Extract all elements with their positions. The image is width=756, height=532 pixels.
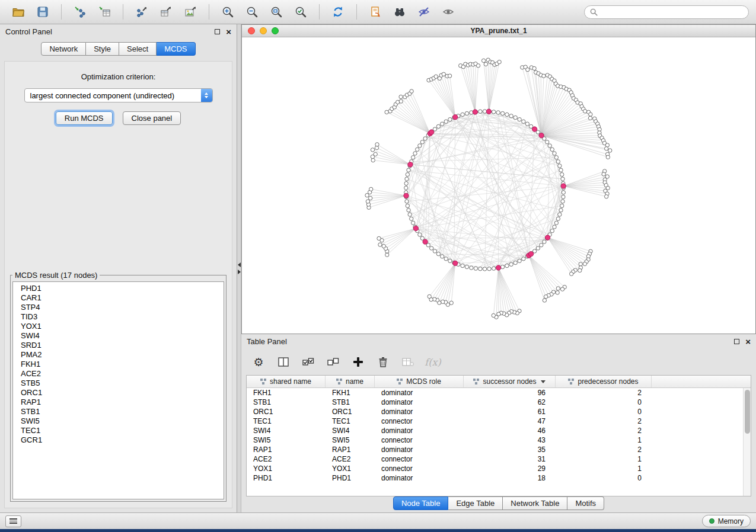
- status-menu-button[interactable]: [5, 515, 21, 527]
- network-node-dominator[interactable]: [539, 133, 544, 137]
- network-node[interactable]: [602, 172, 605, 176]
- network-graph[interactable]: [242, 37, 755, 334]
- network-node[interactable]: [605, 143, 609, 147]
- cell-predecessor-nodes[interactable]: 2: [556, 389, 652, 397]
- network-node[interactable]: [371, 148, 374, 152]
- network-node[interactable]: [559, 209, 563, 212]
- table-settings-button[interactable]: ⚙: [251, 354, 266, 370]
- network-node[interactable]: [525, 122, 529, 126]
- cell-shared-name[interactable]: ACE2: [247, 455, 326, 463]
- list-item[interactable]: SWI4: [13, 331, 224, 341]
- network-node[interactable]: [556, 291, 559, 294]
- first-neighbors-button[interactable]: [388, 2, 411, 21]
- network-node[interactable]: [470, 266, 473, 270]
- scrollbar-thumb[interactable]: [745, 390, 750, 434]
- memory-button[interactable]: Memory: [702, 515, 751, 527]
- zoom-in-button[interactable]: [216, 2, 239, 21]
- tab-network[interactable]: Network: [41, 42, 86, 56]
- network-node[interactable]: [554, 156, 558, 159]
- network-node[interactable]: [423, 137, 427, 140]
- cell-shared-name[interactable]: ORC1: [247, 408, 326, 416]
- table-row[interactable]: SWI5 SWI5 connector 43 1: [247, 435, 751, 445]
- cell-name[interactable]: TEC1: [326, 417, 375, 425]
- import-table-button[interactable]: [93, 2, 116, 21]
- show-hidden-button[interactable]: [437, 2, 460, 21]
- cell-name[interactable]: FKH1: [326, 389, 375, 397]
- network-node[interactable]: [583, 110, 586, 113]
- cell-successor-nodes[interactable]: 96: [464, 389, 556, 397]
- network-node[interactable]: [550, 148, 554, 151]
- table-row[interactable]: ORC1 ORC1 dominator 61 0: [247, 407, 751, 416]
- network-node[interactable]: [410, 89, 413, 93]
- cell-successor-nodes[interactable]: 47: [464, 417, 556, 425]
- column-header-name[interactable]: name: [326, 376, 375, 387]
- network-node[interactable]: [556, 287, 560, 290]
- list-item[interactable]: ACE2: [13, 369, 224, 379]
- network-node-dominator[interactable]: [561, 184, 566, 188]
- network-node[interactable]: [476, 64, 480, 68]
- cell-shared-name[interactable]: FKH1: [247, 389, 326, 397]
- network-node[interactable]: [554, 221, 558, 225]
- network-node[interactable]: [448, 259, 452, 262]
- cell-shared-name[interactable]: SWI5: [247, 436, 326, 444]
- cell-mcds-role[interactable]: dominator: [375, 389, 464, 397]
- close-panel-icon[interactable]: ×: [226, 27, 231, 36]
- table-scrollbar[interactable]: [743, 388, 751, 496]
- network-node[interactable]: [560, 204, 564, 207]
- network-node[interactable]: [428, 294, 431, 298]
- cell-successor-nodes[interactable]: 29: [464, 464, 556, 473]
- network-node[interactable]: [548, 144, 551, 148]
- cell-shared-name[interactable]: STB1: [247, 398, 326, 406]
- mcds-result-list[interactable]: PHD1 CAR1 STP4 TID3 YOX1 SWI4 SRD1 PMA2 …: [12, 281, 224, 499]
- save-button[interactable]: [31, 2, 54, 21]
- network-node[interactable]: [405, 200, 409, 203]
- collapse-left-icon[interactable]: [238, 262, 241, 267]
- window-zoom-icon[interactable]: [272, 27, 279, 34]
- network-node[interactable]: [411, 156, 414, 159]
- share-network-button[interactable]: [364, 2, 387, 21]
- tab-style[interactable]: Style: [86, 42, 119, 56]
- network-node[interactable]: [560, 287, 564, 291]
- network-node[interactable]: [368, 196, 372, 200]
- network-node[interactable]: [434, 75, 438, 78]
- network-node[interactable]: [513, 116, 517, 119]
- network-node[interactable]: [479, 110, 482, 113]
- network-node[interactable]: [497, 60, 501, 63]
- table-row[interactable]: RAP1 RAP1 dominator 35 2: [247, 445, 751, 454]
- cell-successor-nodes[interactable]: 35: [464, 446, 556, 454]
- tab-network-table[interactable]: Network Table: [503, 496, 567, 510]
- network-node[interactable]: [442, 72, 445, 76]
- network-node[interactable]: [436, 252, 440, 255]
- show-columns-button[interactable]: [276, 354, 291, 370]
- network-node[interactable]: [410, 217, 413, 220]
- delete-table-button[interactable]: [400, 354, 416, 370]
- cell-shared-name[interactable]: RAP1: [247, 446, 326, 454]
- network-node[interactable]: [404, 181, 408, 185]
- network-node[interactable]: [448, 117, 452, 121]
- cell-mcds-role[interactable]: dominator: [375, 408, 464, 416]
- network-node[interactable]: [522, 257, 525, 261]
- delete-column-button[interactable]: [375, 354, 391, 370]
- network-node[interactable]: [449, 301, 453, 305]
- network-node-dominator[interactable]: [528, 251, 533, 256]
- column-header-mcds-role[interactable]: MCDS role: [375, 376, 464, 387]
- network-node[interactable]: [588, 116, 592, 120]
- list-item[interactable]: STB1: [13, 407, 224, 416]
- network-node[interactable]: [418, 233, 422, 236]
- column-header-predecessor-nodes[interactable]: predecessor nodes: [556, 376, 652, 387]
- cell-shared-name[interactable]: TEC1: [247, 417, 326, 425]
- network-node[interactable]: [492, 110, 495, 114]
- list-item[interactable]: ORC1: [13, 388, 224, 398]
- network-canvas[interactable]: [242, 37, 755, 334]
- network-node[interactable]: [509, 114, 513, 118]
- network-node[interactable]: [441, 300, 445, 303]
- network-node[interactable]: [561, 200, 564, 203]
- window-minimize-icon[interactable]: [260, 27, 267, 34]
- network-node[interactable]: [496, 111, 500, 114]
- list-item[interactable]: TID3: [13, 312, 224, 322]
- tab-mcds[interactable]: MCDS: [157, 42, 195, 56]
- network-node[interactable]: [375, 143, 379, 146]
- cell-mcds-role[interactable]: dominator: [375, 427, 464, 435]
- cell-name[interactable]: RAP1: [326, 446, 375, 454]
- cell-mcds-role[interactable]: connector: [375, 417, 464, 425]
